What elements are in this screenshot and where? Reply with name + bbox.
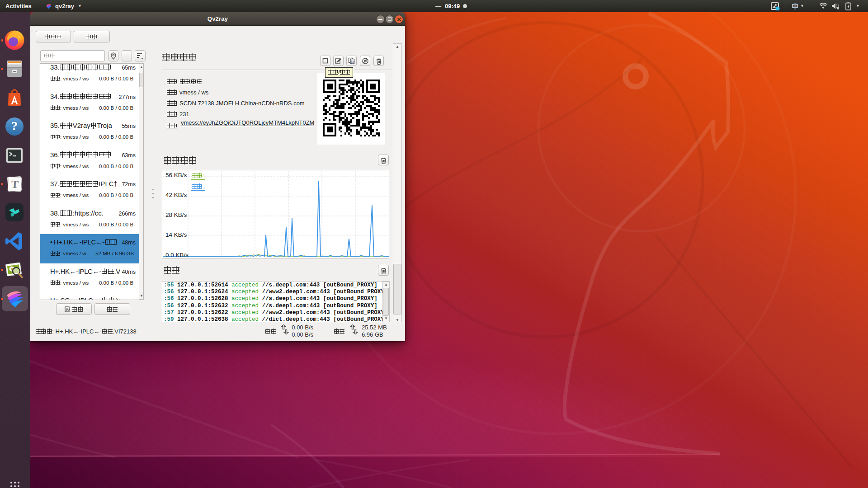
svg-text:T: T [11,178,19,191]
svg-text:{:}: {:} [351,60,354,64]
svg-text:?: ? [11,119,18,133]
